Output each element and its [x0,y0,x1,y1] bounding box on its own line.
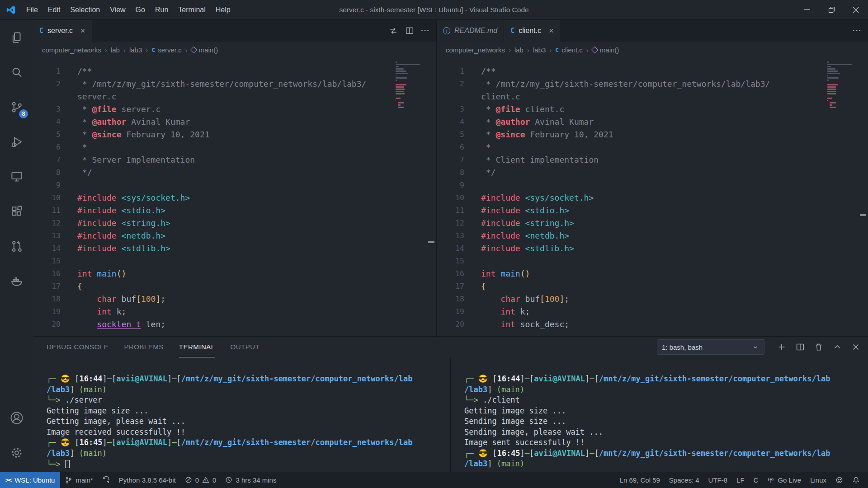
terminal-pane-server[interactable]: ┌─ 😎 [16:44]─[avii@AVINAL]─[/mnt/z/my_gi… [33,357,450,472]
remote-explorer-icon[interactable] [0,159,33,194]
extensions-icon[interactable] [0,194,33,229]
breadcrumb-item-computer-networks[interactable]: computer_networks [42,46,101,54]
menu-help[interactable]: Help [211,0,236,19]
split-editor-icon[interactable] [405,26,415,36]
line-number: 18 [437,293,481,305]
sync-button[interactable] [98,472,114,488]
close-tab-icon[interactable]: × [80,27,85,35]
close-tab-icon[interactable]: × [549,27,554,35]
more-actions-icon[interactable]: ··· [421,26,430,35]
code-text: { [77,280,82,293]
explorer-icon[interactable] [0,20,33,55]
tab-server.c[interactable]: Cserver.c× [33,20,92,42]
feedback-button[interactable] [831,472,848,488]
settings-gear-icon[interactable] [0,435,33,470]
time-tracker[interactable]: 3 hrs 34 mins [221,472,281,488]
line-number: 3 [33,103,77,116]
breadcrumb-item-server-c[interactable]: Cserver.c [151,46,181,54]
menu-go[interactable]: Go [131,0,150,19]
notifications-button[interactable] [848,472,864,488]
breadcrumb-separator-icon: › [185,46,188,54]
line-number: 12 [33,217,77,230]
remote-indicator[interactable]: >< WSL: Ubuntu [0,472,60,488]
line-number: 5 [33,128,77,141]
breadcrumb-item-main-[interactable]: main() [592,46,619,54]
panel-tab-output[interactable]: OUTPUT [231,337,260,357]
breadcrumb-item-lab[interactable]: lab [514,46,524,54]
code-text: * Server Implementation [77,154,195,166]
os-indicator[interactable]: Linux [806,472,831,488]
tab-client.c[interactable]: Cclient.c× [504,20,560,42]
breadcrumb-label: lab3 [533,46,546,54]
minimap-server[interactable] [396,61,422,109]
breadcrumb-item-lab3[interactable]: lab3 [129,46,142,54]
tab-bar-right: iREADME.mdCclient.c× ··· [437,20,868,42]
panel-tab-terminal[interactable]: TERMINAL [179,337,215,357]
breadcrumb-separator-icon: › [509,46,511,54]
github-pull-requests-icon[interactable] [0,229,33,263]
python-label: Python 3.8.5 64-bit [119,476,176,484]
code-line: 7 * Client implementation [437,154,868,166]
terminal-select-value: 1: bash, bash [662,343,751,351]
code-editor-client[interactable]: 1/**2 * /mnt/z/my_git/sixth-semester/com… [437,58,868,336]
accounts-icon[interactable] [0,400,33,435]
breadcrumb-separator-icon: › [549,46,552,54]
breadcrumb-label: computer_networks [446,46,505,54]
panel-tab-problems[interactable]: PROBLEMS [124,337,163,357]
breadcrumb-separator-icon: › [527,46,529,54]
encoding[interactable]: UTF-8 [704,472,732,488]
problems-indicator[interactable]: 0 0 [180,472,221,488]
status-bar-right: Ln 69, Col 59 Spaces: 4 UTF-8 LF C Go Li… [615,472,868,488]
python-interpreter[interactable]: Python 3.8.5 64-bit [114,472,180,488]
git-branch-status[interactable]: main* [60,472,97,488]
maximize-panel-icon[interactable] [832,342,842,352]
menu-selection[interactable]: Selection [65,0,105,19]
code-editor-server[interactable]: 1/**2 * /mnt/z/my_git/sixth-semester/com… [33,58,436,336]
breadcrumb-item-client-c[interactable]: Cclient.c [555,46,583,54]
restore-button[interactable] [819,0,844,19]
close-panel-icon[interactable] [851,342,861,352]
terminal-pane-client[interactable]: ┌─ 😎 [16:44]─[avii@AVINAL]─[/mnt/z/my_gi… [450,357,868,472]
minimize-button[interactable] [795,0,819,19]
time-label: 3 hrs 34 mins [236,476,276,484]
editor-actions: ··· [388,20,436,42]
line-number: 13 [437,230,481,242]
line-number: 13 [33,230,77,242]
code-line: 2 * /mnt/z/my_git/sixth-semester/compute… [33,78,436,90]
open-changes-icon[interactable] [388,26,398,36]
docker-icon[interactable] [0,263,33,298]
menu-run[interactable]: Run [150,0,173,19]
breadcrumb-item-main-[interactable]: main() [191,46,218,54]
cursor-position[interactable]: Ln 69, Col 59 [615,472,665,488]
terminal-select[interactable]: 1: bash, bash [657,339,764,355]
more-actions-icon[interactable]: ··· [853,26,862,35]
go-live-button[interactable]: Go Live [763,472,806,488]
menu-file[interactable]: File [21,0,43,19]
close-window-button[interactable] [844,0,868,19]
breadcrumb-item-lab3[interactable]: lab3 [533,46,546,54]
kill-terminal-icon[interactable] [814,342,824,352]
minimap-client[interactable] [827,61,854,109]
code-line: 15 [33,255,436,267]
menu-terminal[interactable]: Terminal [173,0,210,19]
code-line: 14#include <stdlib.h> [437,242,868,255]
split-terminal-icon[interactable] [795,342,805,352]
indentation[interactable]: Spaces: 4 [665,472,704,488]
eol-sequence[interactable]: LF [732,472,749,488]
run-and-debug-icon[interactable] [0,124,33,159]
symbol-method-icon [190,46,197,53]
menu-view[interactable]: View [105,0,130,19]
line-number: 11 [33,204,77,217]
code-text: client.c [481,90,520,103]
panel-tab-debug-console[interactable]: DEBUG CONSOLE [47,337,108,357]
language-mode[interactable]: C [749,472,763,488]
breadcrumb-item-computer-networks[interactable]: computer_networks [446,46,505,54]
source-control-icon[interactable]: 8 [0,89,33,124]
terminal-line: /lab3] (main) [47,385,450,395]
tab-readme.md[interactable]: iREADME.md [437,20,504,42]
menu-edit[interactable]: Edit [43,0,66,19]
tab-label: README.md [454,27,497,35]
breadcrumb-item-lab[interactable]: lab [111,46,120,54]
search-icon[interactable] [0,55,33,89]
new-terminal-icon[interactable] [777,342,787,352]
